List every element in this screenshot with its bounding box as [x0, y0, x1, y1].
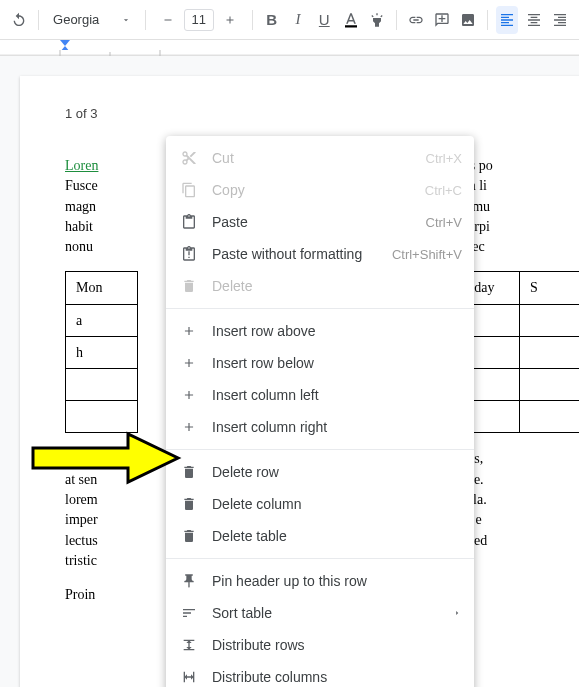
menu-item-sort-table[interactable]: Sort table [166, 597, 474, 629]
bold-button[interactable]: B [261, 6, 283, 34]
trash-icon [178, 464, 200, 480]
menu-item-copy: Copy Ctrl+C [166, 174, 474, 206]
align-right-button[interactable] [549, 6, 571, 34]
menu-item-insert-column-left[interactable]: Insert column left [166, 379, 474, 411]
separator [396, 10, 397, 30]
font-size-input[interactable]: 11 [184, 9, 214, 31]
minus-icon [162, 14, 174, 26]
plus-icon [178, 388, 200, 402]
lorem-link[interactable]: Loren [65, 158, 98, 173]
plus-icon [224, 14, 236, 26]
trash-icon [178, 496, 200, 512]
insert-link-button[interactable] [405, 6, 427, 34]
highlight-button[interactable] [366, 6, 388, 34]
menu-shortcut: Ctrl+X [426, 151, 462, 166]
image-icon [460, 12, 476, 28]
body-text: magn [65, 199, 96, 214]
chevron-down-icon [121, 15, 131, 25]
table-cell[interactable] [520, 369, 580, 401]
table-cell[interactable] [66, 369, 138, 401]
distribute-rows-icon [178, 637, 200, 653]
copy-icon [178, 182, 200, 198]
separator [38, 10, 39, 30]
menu-item-paste[interactable]: Paste Ctrl+V [166, 206, 474, 238]
menu-label: Delete row [212, 464, 462, 480]
trash-icon [178, 528, 200, 544]
menu-shortcut: Ctrl+C [425, 183, 462, 198]
menu-label: Delete column [212, 496, 462, 512]
table-cell[interactable]: S [520, 272, 580, 305]
menu-item-delete-column[interactable]: Delete column [166, 488, 474, 520]
menu-label: Insert row below [212, 355, 462, 371]
body-text: tristic [65, 553, 97, 568]
font-family-select[interactable]: Georgia [47, 7, 137, 33]
svg-marker-5 [60, 40, 70, 46]
trash-icon [178, 278, 200, 294]
text-color-icon [342, 11, 360, 29]
body-text: nonu [65, 239, 93, 254]
menu-label: Cut [212, 150, 426, 166]
svg-rect-0 [345, 25, 357, 27]
align-center-button[interactable] [522, 6, 544, 34]
paste-icon [178, 214, 200, 230]
menu-item-distribute-rows[interactable]: Distribute rows [166, 629, 474, 661]
menu-label: Distribute columns [212, 669, 462, 685]
menu-item-paste-without-formatting[interactable]: Paste without formatting Ctrl+Shift+V [166, 238, 474, 270]
table-cell[interactable] [520, 337, 580, 369]
distribute-columns-icon [178, 669, 200, 685]
italic-button[interactable]: I [287, 6, 309, 34]
menu-item-delete: Delete [166, 270, 474, 302]
menu-item-insert-row-below[interactable]: Insert row below [166, 347, 474, 379]
table-cell[interactable] [66, 401, 138, 433]
table-cell[interactable]: Mon [66, 272, 138, 305]
menu-item-cut: Cut Ctrl+X [166, 142, 474, 174]
sort-icon [178, 605, 200, 621]
menu-label: Paste without formatting [212, 246, 392, 262]
insert-image-button[interactable] [457, 6, 479, 34]
menu-label: Distribute rows [212, 637, 462, 653]
svg-marker-6 [60, 46, 70, 50]
menu-divider [166, 449, 474, 450]
align-left-button[interactable] [496, 6, 518, 34]
paste-plain-icon [178, 246, 200, 262]
table-cell[interactable]: h [66, 337, 138, 369]
menu-item-pin-header[interactable]: Pin header up to this row [166, 565, 474, 597]
underline-button[interactable]: U [313, 6, 335, 34]
left-indent-marker[interactable] [60, 40, 70, 50]
body-text: lectus [65, 533, 98, 548]
increase-font-button[interactable] [216, 6, 244, 34]
plus-icon [178, 356, 200, 370]
page-indicator: 1 of 3 [65, 106, 98, 121]
align-left-icon [499, 12, 515, 28]
text-color-button[interactable] [339, 6, 361, 34]
menu-item-delete-row[interactable]: Delete row [166, 456, 474, 488]
menu-shortcut: Ctrl+V [426, 215, 462, 230]
undo-button[interactable] [8, 6, 30, 34]
separator [252, 10, 253, 30]
menu-label: Sort table [212, 605, 452, 621]
context-menu: Cut Ctrl+X Copy Ctrl+C Paste Ctrl+V Past… [166, 136, 474, 687]
body-text: Proin [65, 587, 95, 602]
menu-item-insert-row-above[interactable]: Insert row above [166, 315, 474, 347]
table-cell[interactable] [520, 305, 580, 337]
decrease-font-button[interactable] [154, 6, 182, 34]
menu-divider [166, 558, 474, 559]
menu-label: Pin header up to this row [212, 573, 462, 589]
ruler[interactable] [0, 40, 579, 56]
menu-item-distribute-columns[interactable]: Distribute columns [166, 661, 474, 687]
add-comment-button[interactable] [431, 6, 453, 34]
menu-label: Insert row above [212, 323, 462, 339]
menu-item-delete-table[interactable]: Delete table [166, 520, 474, 552]
table-cell[interactable]: a [66, 305, 138, 337]
menu-label: Delete [212, 278, 462, 294]
menu-item-insert-column-right[interactable]: Insert column right [166, 411, 474, 443]
separator [145, 10, 146, 30]
table-cell[interactable] [520, 401, 580, 433]
align-center-icon [526, 12, 542, 28]
comment-icon [434, 12, 450, 28]
chevron-right-icon [452, 608, 462, 618]
menu-label: Insert column right [212, 419, 462, 435]
highlight-icon [369, 12, 385, 28]
plus-icon [178, 420, 200, 434]
font-family-label: Georgia [53, 12, 99, 27]
